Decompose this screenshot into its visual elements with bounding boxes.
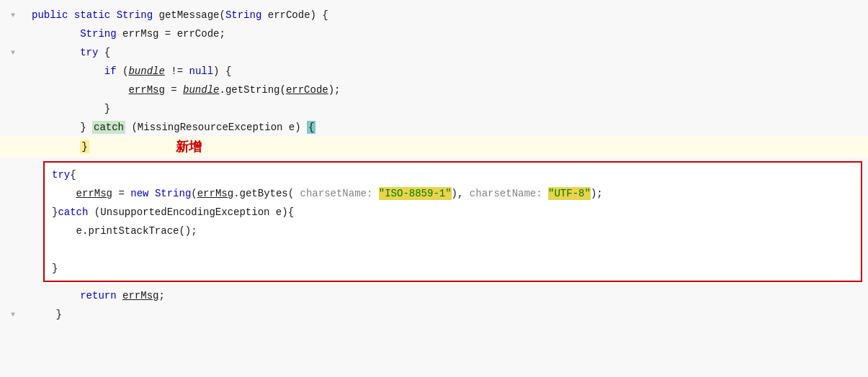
code-content-4: if (bundle != null) { bbox=[26, 62, 868, 81]
code-line-7: } catch (MissingResourceException e) { bbox=[0, 118, 868, 137]
fold-arrow-3[interactable]: ▼ bbox=[9, 49, 17, 56]
text-errmsg-assign: errMsg = bundle.getString(errCode); bbox=[32, 84, 341, 96]
text-close-added: } bbox=[52, 263, 58, 274]
text-try: try { bbox=[32, 47, 110, 58]
text-close-if: } bbox=[32, 103, 110, 114]
code-container: ▼ public static String getMessage(String… bbox=[0, 0, 868, 377]
code-content-6: } bbox=[26, 99, 868, 118]
code-content-8: } 新增 bbox=[26, 137, 868, 157]
text-empty bbox=[52, 244, 58, 255]
added-block: try{ errMsg = new String(errMsg.getBytes… bbox=[43, 161, 862, 282]
gutter-7 bbox=[0, 118, 26, 137]
gutter-10 bbox=[0, 286, 26, 305]
code-line-11: ▼ } bbox=[0, 305, 868, 324]
added-line-errmsg: errMsg = new String(errMsg.getBytes( cha… bbox=[45, 184, 861, 203]
text-errmsg-decl: String errMsg = errCode; bbox=[32, 28, 225, 40]
text-try-open: try{ bbox=[52, 169, 76, 181]
added-line-catch: }catch (UnsupportedEncodingException e){ bbox=[45, 203, 861, 222]
text-errmsg-new: errMsg = new String(errMsg.getBytes( cha… bbox=[52, 188, 603, 199]
text-catch-unsupported: }catch (UnsupportedEncodingException e){ bbox=[52, 206, 294, 218]
code-line-2: String errMsg = errCode; bbox=[0, 24, 868, 43]
new-badge: 新增 bbox=[176, 138, 202, 155]
code-content-7: } catch (MissingResourceException e) { bbox=[26, 118, 868, 137]
code-line-4: if (bundle != null) { bbox=[0, 62, 868, 81]
text-printstacktrace: e.printStackTrace(); bbox=[52, 225, 197, 237]
gutter-11: ▼ bbox=[0, 305, 26, 324]
code-content-2: String errMsg = errCode; bbox=[26, 24, 868, 43]
code-line-10: return errMsg; bbox=[0, 286, 868, 305]
gutter-8 bbox=[0, 137, 26, 157]
code-line-1: ▼ public static String getMessage(String… bbox=[0, 6, 868, 24]
added-block-container: try{ errMsg = new String(errMsg.getBytes… bbox=[0, 157, 868, 286]
code-content-11: } bbox=[26, 305, 868, 324]
code-line-6: } bbox=[0, 99, 868, 118]
gutter-1: ▼ bbox=[0, 6, 26, 24]
code-line-8: } 新增 bbox=[0, 137, 868, 157]
gutter-3: ▼ bbox=[0, 43, 26, 62]
added-line-close: } bbox=[45, 259, 861, 278]
code-content-3: try { bbox=[26, 43, 868, 62]
gutter-5 bbox=[0, 81, 26, 99]
text-return: return errMsg; bbox=[32, 290, 165, 301]
added-line-try: try{ bbox=[45, 165, 861, 184]
added-line-printstacktrace: e.printStackTrace(); bbox=[45, 222, 861, 240]
code-line-3: ▼ try { bbox=[0, 43, 868, 62]
text-close-catch: } bbox=[32, 141, 89, 153]
text-catch: } catch (MissingResourceException e) { bbox=[32, 122, 316, 133]
gutter-4 bbox=[0, 62, 26, 81]
text-if-bundle: if (bundle != null) { bbox=[32, 65, 231, 77]
fold-arrow-1[interactable]: ▼ bbox=[9, 12, 17, 19]
added-line-empty bbox=[45, 240, 861, 259]
code-content-10: return errMsg; bbox=[26, 286, 868, 305]
code-content-1: public static String getMessage(String e… bbox=[26, 6, 868, 24]
gutter-2 bbox=[0, 24, 26, 43]
gutter-6 bbox=[0, 99, 26, 118]
code-content-5: errMsg = bundle.getString(errCode); bbox=[26, 81, 868, 99]
code-line-5: errMsg = bundle.getString(errCode); bbox=[0, 81, 868, 99]
text-close-method: } bbox=[32, 309, 62, 320]
fold-arrow-11[interactable]: ▼ bbox=[9, 311, 17, 318]
text-public: public static String getMessage(String e… bbox=[32, 9, 328, 21]
